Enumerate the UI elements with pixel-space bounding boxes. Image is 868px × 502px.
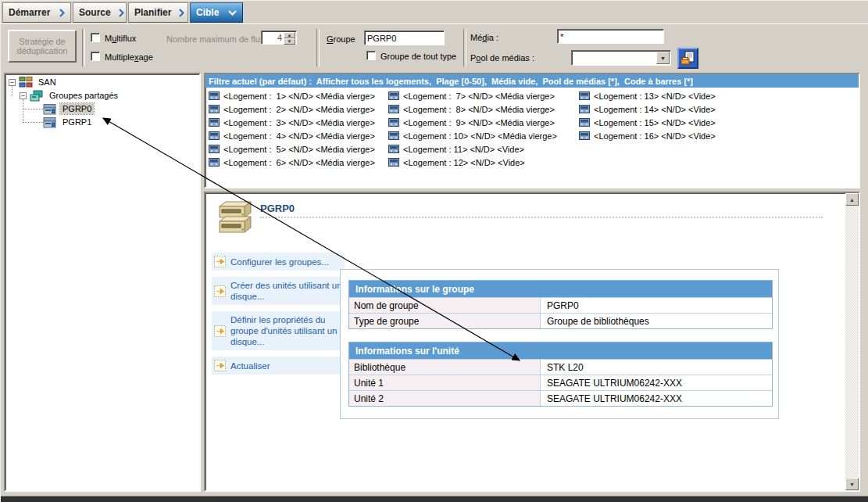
- slot-item[interactable]: <Logement : 15> <N/D> <Vide>: [579, 116, 716, 129]
- slots-column-3: <Logement : 13> <N/D> <Vide> <Logement :…: [579, 89, 716, 142]
- pool-label: Pool de médias :: [470, 53, 534, 63]
- printer-media-icon: [680, 51, 695, 66]
- spin-up-icon[interactable]: ▲: [284, 32, 295, 38]
- slot-item[interactable]: <Logement : 3> <N/D> <Média vierge>: [209, 116, 375, 129]
- tape-slot-icon: [388, 158, 399, 167]
- tape-slot-icon: [388, 105, 399, 113]
- tree-node-san[interactable]: − SAN: [9, 76, 59, 88]
- detail-title: PGRP0: [260, 203, 295, 214]
- tree-label-groupes-partages[interactable]: Groupes partagés: [47, 90, 120, 101]
- dedup-strategy-button[interactable]: Stratégie de déduplication: [8, 30, 77, 63]
- slot-item[interactable]: <Logement : 13> <N/D> <Vide>: [579, 89, 716, 102]
- row-value: SEAGATE ULTRIUM06242-XXX: [541, 391, 772, 406]
- groupe-input[interactable]: [364, 30, 445, 45]
- tree-label-pgrp0[interactable]: PGRP0: [60, 103, 94, 114]
- media-input[interactable]: [557, 29, 664, 44]
- link-create-disk-devices[interactable]: Créer des unités utilisant un disque...: [212, 277, 345, 305]
- detail-panel: PGRP0 Configurer les groupes... Créer de…: [204, 192, 860, 492]
- scroll-up-icon[interactable]: ▲: [845, 193, 859, 206]
- chevron-right-icon: [119, 9, 124, 17]
- unit-info-table: Informations sur l'unité Bibliothèque ST…: [348, 342, 773, 407]
- tab-demarrer[interactable]: Démarrer: [2, 2, 71, 23]
- tab-source[interactable]: Source: [73, 2, 127, 23]
- slot-item[interactable]: <Logement : 5> <N/D> <Média vierge>: [209, 142, 375, 156]
- link-configure-groups[interactable]: Configurer les groupes...: [212, 253, 345, 271]
- tab-label: Cible: [196, 7, 219, 18]
- row-value: SEAGATE ULTRIUM06242-XXX: [541, 375, 772, 390]
- max-flux-spinner[interactable]: ▲ ▼: [284, 32, 295, 43]
- tree-connector: [23, 99, 23, 123]
- slot-item[interactable]: <Logement : 11> <N/D> <Vide>: [388, 142, 557, 156]
- tape-slot-icon: [209, 118, 220, 127]
- slot-item[interactable]: <Logement : 9> <N/D> <Média vierge>: [388, 116, 557, 129]
- toolbar-separator: [316, 29, 320, 66]
- spin-down-icon[interactable]: ▼: [284, 38, 295, 45]
- media-operations-button[interactable]: [677, 48, 698, 69]
- tree-label-pgrp1[interactable]: PGRP1: [60, 117, 94, 127]
- max-flux-label: Nombre maximum de flux: [166, 34, 264, 44]
- task-arrow-icon: [214, 256, 226, 267]
- row-label: Unité 1: [349, 375, 541, 390]
- multiflux-checkbox[interactable]: [91, 33, 100, 42]
- slot-item[interactable]: <Logement : 12> <N/D> <Vide>: [388, 156, 557, 169]
- application-window: Démarrer Source Planifier Cible Stratégi…: [0, 0, 868, 502]
- collapse-icon[interactable]: −: [9, 79, 16, 86]
- slot-item[interactable]: <Logement : 1> <N/D> <Média vierge>: [209, 89, 375, 102]
- toolbar: Stratégie de déduplication Multiflux Mul…: [1, 23, 868, 71]
- tape-slot-icon: [579, 91, 590, 100]
- tape-slot-icon: [209, 91, 220, 100]
- table-row: Unité 1 SEAGATE ULTRIUM06242-XXX: [349, 375, 772, 390]
- slot-item[interactable]: <Logement : 6> <N/D> <Média vierge>: [209, 156, 375, 169]
- link-refresh[interactable]: Actualiser: [212, 357, 345, 375]
- table-row: Bibliothèque STK L20: [349, 359, 772, 375]
- tape-slot-icon: [579, 105, 590, 113]
- unit-info-header: Informations sur l'unité: [349, 342, 772, 359]
- tree-node-groupes-partages[interactable]: − Groupes partagés: [20, 89, 120, 102]
- title-divider: [260, 217, 823, 218]
- san-icon: [19, 77, 33, 88]
- tape-slot-icon: [209, 158, 220, 167]
- multiplexage-checkbox[interactable]: [91, 52, 100, 61]
- slot-item[interactable]: <Logement : 2> <N/D> <Média vierge>: [209, 102, 375, 116]
- tape-slot-icon: [388, 145, 399, 153]
- slot-item[interactable]: <Logement : 8> <N/D> <Média vierge>: [388, 102, 557, 116]
- task-arrow-icon: [214, 360, 226, 371]
- filter-bar: Filtre actuel (par défaut) : Afficher to…: [205, 74, 859, 88]
- task-arrow-icon: [214, 285, 226, 297]
- slot-item[interactable]: <Logement : 7> <N/D> <Média vierge>: [388, 89, 557, 102]
- media-label: Média :: [470, 33, 498, 42]
- collapse-icon[interactable]: −: [20, 92, 27, 99]
- multiflux-label: Multiflux: [105, 34, 136, 43]
- slot-item[interactable]: <Logement : 14> <N/D> <Vide>: [579, 102, 716, 116]
- tape-slot-icon: [209, 105, 220, 113]
- group-any-type-label: Groupe de tout type: [380, 52, 456, 61]
- info-tables-container: Informations sur le groupe Nom de groupe…: [340, 269, 779, 419]
- scroll-down-icon[interactable]: ▼: [845, 478, 859, 490]
- tab-cible[interactable]: Cible: [190, 2, 243, 23]
- task-links: Configurer les groupes... Créer des unit…: [212, 253, 345, 375]
- vertical-scrollbar[interactable]: ▲ ▼: [845, 193, 859, 490]
- dropdown-arrow-icon[interactable]: ▼: [656, 52, 670, 64]
- tape-slot-icon: [209, 131, 220, 140]
- table-row: Type de groupe Groupe de bibliothèques: [349, 313, 772, 328]
- table-row: Unité 2 SEAGATE ULTRIUM06242-XXX: [349, 390, 772, 406]
- tree-node-pgrp0[interactable]: PGRP0: [43, 102, 94, 115]
- group-info-header: Informations sur le groupe: [349, 281, 772, 297]
- multiplexage-label: Multiplexage: [105, 52, 153, 62]
- tree-node-pgrp1[interactable]: PGRP1: [43, 116, 94, 128]
- tree-label-san[interactable]: SAN: [36, 77, 59, 88]
- row-label: Unité 2: [349, 391, 541, 406]
- link-define-group-properties[interactable]: Définir les propriétés du groupe d'unité…: [212, 311, 345, 350]
- row-label: Type de groupe: [349, 314, 541, 328]
- tab-planifier[interactable]: Planifier: [128, 2, 188, 23]
- slot-item[interactable]: <Logement : 10> <N/D> <Média vierge>: [388, 129, 557, 142]
- slot-item[interactable]: <Logement : 4> <N/D> <Média vierge>: [209, 129, 375, 142]
- tree-connector: [23, 109, 43, 109]
- slot-item[interactable]: <Logement : 16> <N/D> <Vide>: [579, 129, 716, 142]
- library-group-icon: [43, 117, 57, 128]
- tape-slot-icon: [388, 131, 399, 140]
- task-arrow-icon: [214, 325, 226, 337]
- group-info-table: Informations sur le groupe Nom de groupe…: [348, 280, 773, 329]
- group-any-type-checkbox[interactable]: [366, 51, 376, 60]
- slots-column-1: <Logement : 1> <N/D> <Média vierge> <Log…: [209, 89, 375, 169]
